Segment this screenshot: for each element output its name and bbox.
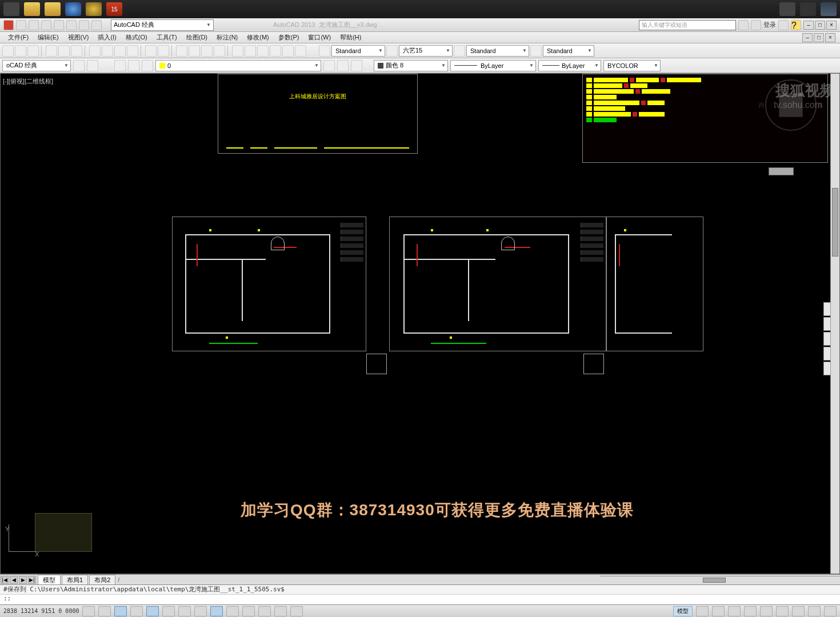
- zoom-prev-icon[interactable]: [214, 45, 225, 57]
- workspace-switch-icon[interactable]: [760, 606, 773, 616]
- model-space-label[interactable]: 模型: [673, 606, 693, 616]
- login-label[interactable]: 登录: [763, 21, 776, 29]
- menu-dimension[interactable]: 标注(N): [213, 32, 241, 43]
- publish-icon[interactable]: [71, 45, 82, 57]
- view-cube[interactable]: 西 东: [765, 79, 817, 131]
- menu-insert[interactable]: 插入(I): [94, 32, 119, 43]
- lwt-toggle[interactable]: [226, 606, 239, 616]
- layer-make-icon[interactable]: [337, 60, 349, 71]
- annovis-icon[interactable]: [744, 606, 757, 616]
- mleaderstyle-icon[interactable]: [530, 45, 542, 57]
- photoshop-icon[interactable]: [821, 2, 837, 16]
- layer-prev-icon[interactable]: [142, 60, 153, 71]
- lineweight-combo[interactable]: ByLayer: [538, 60, 601, 71]
- save-icon[interactable]: [27, 45, 39, 57]
- qp-toggle[interactable]: [258, 606, 271, 616]
- mleaderstyle-combo[interactable]: Standard: [543, 45, 594, 57]
- tab-layout2[interactable]: 布局2: [89, 575, 115, 585]
- redo-button[interactable]: [91, 20, 102, 30]
- lock-ui-icon[interactable]: [776, 606, 789, 616]
- otrack-toggle[interactable]: [178, 606, 191, 616]
- view-label[interactable]: [-][俯视][二维线框]: [3, 77, 53, 86]
- tab-layout1[interactable]: 布局1: [62, 575, 88, 585]
- doc-close-button[interactable]: ×: [825, 33, 835, 42]
- menu-file[interactable]: 文件(F): [5, 32, 32, 43]
- textstyle-icon[interactable]: [319, 45, 330, 57]
- matchprop-icon[interactable]: [127, 45, 138, 57]
- taskbar-app-icon[interactable]: [3, 2, 19, 16]
- layer-combo[interactable]: 0: [155, 60, 321, 71]
- redo-icon[interactable]: [158, 45, 169, 57]
- new-icon[interactable]: [2, 45, 14, 57]
- app-icon[interactable]: [65, 2, 81, 16]
- layer-states-icon[interactable]: [87, 60, 98, 71]
- workspace-combo-2[interactable]: oCAD 经典: [2, 60, 71, 71]
- paste-icon[interactable]: [114, 45, 126, 57]
- tab-model[interactable]: 模型: [38, 575, 61, 585]
- layer-iso-icon[interactable]: [128, 60, 139, 71]
- minimize-button[interactable]: –: [803, 21, 814, 30]
- folder-icon[interactable]: [45, 2, 61, 16]
- designcenter-icon[interactable]: [245, 45, 256, 57]
- am-toggle[interactable]: [290, 606, 303, 616]
- layer-filter-icon[interactable]: [114, 60, 126, 71]
- grid-toggle[interactable]: [98, 606, 111, 616]
- layer-walk-icon[interactable]: [351, 60, 362, 71]
- doc-maximize-button[interactable]: □: [814, 33, 824, 42]
- cut-icon[interactable]: [89, 45, 101, 57]
- user-icon[interactable]: [751, 20, 761, 30]
- maximize-button[interactable]: □: [815, 21, 825, 30]
- doc-minimize-button[interactable]: –: [802, 33, 813, 42]
- undo-icon[interactable]: [145, 45, 157, 57]
- isolate-icon[interactable]: [808, 606, 821, 616]
- plot-icon[interactable]: [46, 45, 57, 57]
- scroll-thumb[interactable]: [832, 188, 838, 257]
- menu-help[interactable]: 帮助(H): [337, 32, 365, 43]
- new-button[interactable]: [16, 20, 26, 30]
- workspace-combo[interactable]: AutoCAD 经典: [111, 19, 214, 31]
- app-menu-button[interactable]: [3, 20, 14, 30]
- coords-readout[interactable]: 2838 13214 9151 0 0000: [3, 608, 79, 614]
- tab-first-button[interactable]: |◀: [1, 576, 9, 584]
- cleanscreen-icon[interactable]: [824, 606, 837, 616]
- hscroll-thumb[interactable]: [703, 578, 726, 583]
- markup-icon[interactable]: [282, 45, 294, 57]
- quickview-drawings-icon[interactable]: [712, 606, 725, 616]
- tablestyle-icon[interactable]: [454, 45, 465, 57]
- copy-icon[interactable]: [102, 45, 113, 57]
- drawing-canvas[interactable]: [-][俯视][二维线框] 上科城雅居设计方案图: [0, 73, 840, 574]
- plot-button[interactable]: [66, 20, 77, 30]
- menu-param[interactable]: 参数(P): [275, 32, 303, 43]
- sheetset-icon[interactable]: [270, 45, 281, 57]
- zoom-window-icon[interactable]: [201, 45, 213, 57]
- textstyle-combo[interactable]: Standard: [331, 45, 385, 57]
- dimstyle-icon[interactable]: [386, 45, 398, 57]
- dimstyle-combo[interactable]: 六艺15: [399, 45, 453, 57]
- tpy-toggle[interactable]: [242, 606, 255, 616]
- exchange-icon[interactable]: [778, 20, 789, 30]
- menu-window[interactable]: 窗口(W): [305, 32, 334, 43]
- menu-modify[interactable]: 修改(M): [243, 32, 273, 43]
- saveas-button[interactable]: [54, 20, 64, 30]
- tablestyle-combo[interactable]: Standard: [466, 45, 529, 57]
- tab-prev-button[interactable]: ◀: [10, 576, 18, 584]
- snap-toggle[interactable]: [82, 606, 95, 616]
- app-icon[interactable]: [800, 2, 816, 16]
- folder-icon[interactable]: [24, 2, 40, 16]
- help-icon[interactable]: ?: [791, 20, 801, 30]
- app-icon[interactable]: [779, 2, 795, 16]
- save-button[interactable]: [41, 20, 51, 30]
- menu-view[interactable]: 视图(V): [65, 32, 93, 43]
- menu-edit[interactable]: 编辑(E): [34, 32, 62, 43]
- tab-last-button[interactable]: ▶|: [28, 576, 36, 584]
- zoom-icon[interactable]: [189, 45, 200, 57]
- calendar-icon[interactable]: 15: [106, 2, 122, 16]
- preview-icon[interactable]: [58, 45, 70, 57]
- search-icon[interactable]: [738, 20, 749, 30]
- color-combo[interactable]: 颜色 8: [374, 60, 448, 71]
- dyn-toggle[interactable]: [210, 606, 223, 616]
- search-input[interactable]: 输入关键字或短语: [639, 20, 736, 30]
- open-button[interactable]: [29, 20, 39, 30]
- annoscale-icon[interactable]: [728, 606, 741, 616]
- hardware-accel-icon[interactable]: [792, 606, 805, 616]
